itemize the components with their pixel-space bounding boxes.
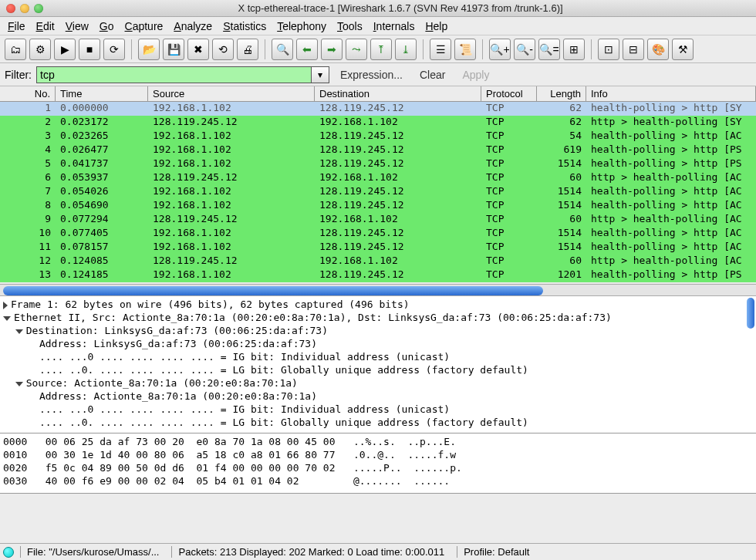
restart-capture-button[interactable]: ⟳ xyxy=(103,39,125,60)
zoom-reset-button[interactable]: 🔍= xyxy=(538,39,560,60)
main-toolbar: 🗂 ⚙ ▶ ■ ⟳ 📂 💾 ✖ ⟲ 🖨 🔍 ⬅ ➡ ⤳ ⤒ ⤓ ☰ 📜 🔍+ 🔍… xyxy=(0,35,756,63)
print-button[interactable]: 🖨 xyxy=(237,39,258,60)
menu-telephony[interactable]: Telephony xyxy=(277,20,326,32)
packet-bytes-pane[interactable]: 0000 00 06 25 da af 73 00 20 e0 8a 70 1a… xyxy=(0,433,756,494)
filter-dropdown-button[interactable]: ▾ xyxy=(311,66,329,83)
packet-list-header[interactable]: No. Time Source Destination Protocol Len… xyxy=(0,86,756,102)
packet-row[interactable]: 10.000000192.168.1.102128.119.245.12TCP6… xyxy=(0,102,756,116)
menu-capture[interactable]: Capture xyxy=(125,20,164,32)
menu-edit[interactable]: Edit xyxy=(36,20,55,32)
expression-button[interactable]: Expression... xyxy=(334,69,409,81)
menu-bar: FileEditViewGoCaptureAnalyzeStatisticsTe… xyxy=(0,17,756,35)
col-protocol[interactable]: Protocol xyxy=(481,86,537,101)
packet-row[interactable]: 60.053937128.119.245.12192.168.1.102TCP6… xyxy=(0,171,756,185)
hex-line: 0020 f5 0c 04 89 00 50 0d d6 01 f4 00 00… xyxy=(3,461,753,474)
detail-line[interactable]: Frame 1: 62 bytes on wire (496 bits), 62… xyxy=(3,298,753,311)
horizontal-scrollbar[interactable] xyxy=(0,284,756,296)
detail-line[interactable]: Ethernet II, Src: Actionte_8a:70:1a (00:… xyxy=(3,311,753,324)
separator xyxy=(265,39,265,59)
collapse-icon[interactable] xyxy=(3,316,11,321)
detail-line[interactable]: Address: LinksysG_da:af:73 (00:06:25:da:… xyxy=(3,337,753,350)
save-file-button[interactable]: 💾 xyxy=(163,39,184,60)
preferences-button[interactable]: ⚒ xyxy=(672,39,694,60)
col-source[interactable]: Source xyxy=(148,86,315,101)
scrollbar-thumb[interactable] xyxy=(3,286,543,295)
resize-columns-button[interactable]: ⊞ xyxy=(563,39,585,60)
back-button[interactable]: ⬅ xyxy=(296,39,318,60)
colorize-button[interactable]: ☰ xyxy=(430,39,451,60)
capture-options-button[interactable]: ⚙ xyxy=(29,39,51,60)
packet-row[interactable]: 70.054026192.168.1.102128.119.245.12TCP1… xyxy=(0,185,756,199)
status-bar: File: "/Users/kurose/Umass/... Packets: … xyxy=(0,543,756,560)
menu-statistics[interactable]: Statistics xyxy=(223,20,266,32)
forward-button[interactable]: ➡ xyxy=(321,39,343,60)
autoscroll-button[interactable]: 📜 xyxy=(454,39,476,60)
find-button[interactable]: 🔍 xyxy=(272,39,293,60)
packet-row[interactable]: 40.026477192.168.1.102128.119.245.12TCP6… xyxy=(0,143,756,157)
col-length[interactable]: Length xyxy=(537,86,586,101)
go-last-button[interactable]: ⤓ xyxy=(395,39,417,60)
menu-view[interactable]: View xyxy=(66,20,89,32)
filter-input[interactable] xyxy=(36,66,312,83)
packet-row[interactable]: 100.077405192.168.1.102128.119.245.12TCP… xyxy=(0,227,756,241)
packet-row[interactable]: 50.041737192.168.1.102128.119.245.12TCP1… xyxy=(0,157,756,171)
start-capture-button[interactable]: ▶ xyxy=(54,39,76,60)
col-destination[interactable]: Destination xyxy=(315,86,481,101)
separator xyxy=(423,39,424,59)
stop-capture-button[interactable]: ■ xyxy=(79,39,100,60)
menu-go[interactable]: Go xyxy=(100,20,114,32)
detail-line[interactable]: Address: Actionte_8a:70:1a (00:20:e0:8a:… xyxy=(3,390,753,403)
menu-tools[interactable]: Tools xyxy=(337,20,363,32)
vertical-scrollbar-thumb[interactable] xyxy=(747,298,754,329)
clear-filter-button[interactable]: Clear xyxy=(413,69,451,81)
expert-info-icon[interactable] xyxy=(3,547,14,558)
detail-line[interactable]: .... ...0 .... .... .... .... = IG bit: … xyxy=(3,403,753,416)
go-first-button[interactable]: ⤒ xyxy=(370,39,392,60)
col-time[interactable]: Time xyxy=(56,86,148,101)
minimize-window-button[interactable] xyxy=(20,4,29,13)
packet-row[interactable]: 130.124185192.168.1.102128.119.245.12TCP… xyxy=(0,268,756,282)
detail-line[interactable]: Source: Actionte_8a:70:1a (00:20:e0:8a:7… xyxy=(3,376,753,390)
apply-filter-button[interactable]: Apply xyxy=(456,69,495,81)
zoom-out-button[interactable]: 🔍- xyxy=(514,39,535,60)
interfaces-button[interactable]: 🗂 xyxy=(5,39,26,60)
packet-row[interactable]: 30.023265192.168.1.102128.119.245.12TCP5… xyxy=(0,130,756,143)
menu-internals[interactable]: Internals xyxy=(373,20,415,32)
packet-row[interactable]: 20.023172128.119.245.12192.168.1.102TCP6… xyxy=(0,116,756,130)
capture-filters-button[interactable]: ⊡ xyxy=(598,39,619,60)
close-file-button[interactable]: ✖ xyxy=(187,39,209,60)
status-packets: Packets: 213 Displayed: 202 Marked: 0 Lo… xyxy=(171,546,451,558)
separator xyxy=(482,39,483,59)
open-file-button[interactable]: 📂 xyxy=(138,39,160,60)
window-controls xyxy=(6,4,43,13)
packet-list-pane[interactable]: 10.000000192.168.1.102128.119.245.12TCP6… xyxy=(0,102,756,284)
packet-row[interactable]: 120.124085128.119.245.12192.168.1.102TCP… xyxy=(0,255,756,268)
zoom-in-button[interactable]: 🔍+ xyxy=(489,39,511,60)
col-no[interactable]: No. xyxy=(0,86,56,101)
zoom-window-button[interactable] xyxy=(34,4,43,13)
jump-button[interactable]: ⤳ xyxy=(346,39,367,60)
window-titlebar: X tcp-ethereal-trace-1 [Wireshark 1.6.7 … xyxy=(0,0,756,17)
close-window-button[interactable] xyxy=(6,4,15,13)
expand-icon[interactable] xyxy=(3,302,8,309)
packet-row[interactable]: 80.054690192.168.1.102128.119.245.12TCP1… xyxy=(0,199,756,213)
menu-help[interactable]: Help xyxy=(425,20,447,32)
packet-row[interactable]: 110.078157192.168.1.102128.119.245.12TCP… xyxy=(0,241,756,255)
collapse-icon[interactable] xyxy=(15,382,23,386)
packet-row[interactable]: 90.077294128.119.245.12192.168.1.102TCP6… xyxy=(0,213,756,227)
reload-button[interactable]: ⟲ xyxy=(212,39,234,60)
status-profile[interactable]: Profile: Default xyxy=(457,546,535,558)
detail-line[interactable]: .... ..0. .... .... .... .... = LG bit: … xyxy=(3,363,753,376)
detail-line[interactable]: .... ..0. .... .... .... .... = LG bit: … xyxy=(3,416,753,429)
detail-line[interactable]: .... ...0 .... .... .... .... = IG bit: … xyxy=(3,350,753,363)
collapse-icon[interactable] xyxy=(15,329,23,334)
packet-details-pane[interactable]: Frame 1: 62 bytes on wire (496 bits), 62… xyxy=(0,296,756,433)
menu-analyze[interactable]: Analyze xyxy=(174,20,212,32)
coloring-rules-button[interactable]: 🎨 xyxy=(647,39,669,60)
detail-line[interactable]: Destination: LinksysG_da:af:73 (00:06:25… xyxy=(3,324,753,337)
menu-file[interactable]: File xyxy=(8,20,25,32)
display-filters-button[interactable]: ⊟ xyxy=(623,39,644,60)
separator xyxy=(131,39,132,59)
col-info[interactable]: Info xyxy=(586,86,756,101)
hex-line: 0000 00 06 25 da af 73 00 20 e0 8a 70 1a… xyxy=(3,435,753,448)
